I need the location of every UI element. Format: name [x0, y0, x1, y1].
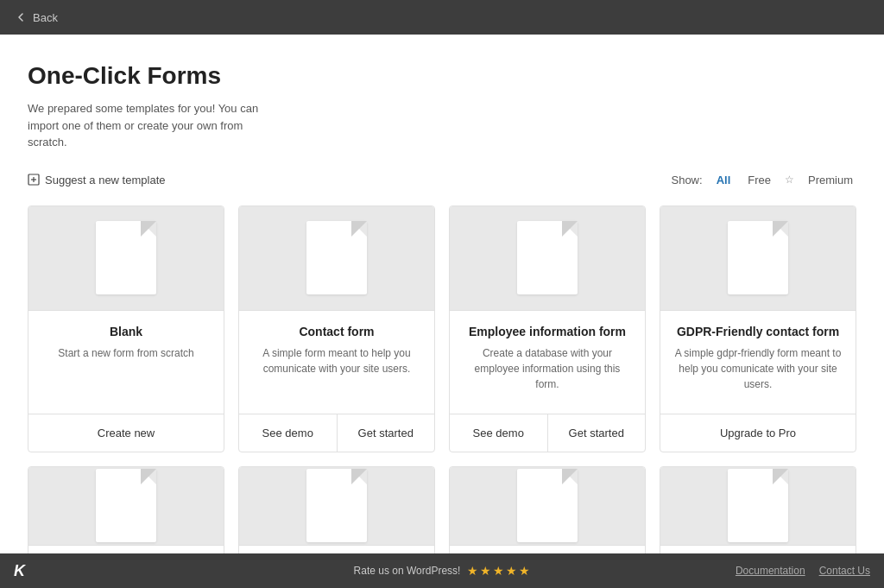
star-3: ★	[493, 564, 504, 578]
form-shape-icon	[728, 221, 788, 294]
form-shape-icon	[728, 469, 788, 542]
back-button[interactable]: Back	[14, 10, 58, 24]
card-title-blank: Blank	[110, 325, 142, 338]
back-arrow-icon	[14, 10, 28, 24]
card-title-contact-form: Contact form	[299, 325, 374, 338]
card-btn-employee-information-form-see-demo[interactable]: See demo	[450, 414, 547, 452]
main-content: One-Click Forms We prepared some templat…	[0, 35, 884, 553]
rate-us-text: Rate us on WordPress!	[354, 565, 461, 577]
card-btn-contact-form-get-started[interactable]: Get started	[337, 414, 435, 452]
card-actions-blank: Create new	[28, 414, 224, 452]
card-desc-blank: Start a new form from scratch	[58, 345, 193, 400]
star-2: ★	[480, 564, 491, 578]
show-label: Show:	[671, 174, 702, 187]
contact-us-link[interactable]: Contact Us	[819, 565, 870, 577]
filter-free-button[interactable]: Free	[744, 172, 774, 188]
card-title-employee-information-form: Employee information form	[469, 325, 626, 338]
form-shape-icon	[96, 469, 156, 542]
card-image-contact-form	[239, 206, 434, 310]
page-title: One-Click Forms	[28, 62, 856, 90]
card-image-employee-information-form	[450, 206, 645, 310]
suggest-template-button[interactable]: Suggest a new template	[28, 174, 165, 187]
card-customer-feedback-form: Customer feedback form	[238, 466, 435, 554]
bottom-bar: K Rate us on WordPress! ★ ★ ★ ★ ★ Docume…	[0, 553, 884, 588]
cards-grid: Blank Start a new form from scratch Crea…	[28, 205, 856, 554]
card-image-customer-feedback-form	[239, 467, 434, 545]
card-title-gdpr-contact-form: GDPR-Friendly contact form	[677, 325, 839, 338]
card-gdpr-contact-form: GDPR-Friendly contact form A simple gdpr…	[660, 205, 856, 452]
star-rating: ★ ★ ★ ★ ★	[467, 564, 530, 578]
form-shape-icon	[517, 469, 578, 542]
form-shape-icon	[96, 221, 156, 294]
filter-premium-button[interactable]: Premium	[805, 172, 856, 188]
card-art-contest: Art contest	[449, 466, 646, 554]
card-btn-employee-information-form-get-started[interactable]: Get started	[547, 414, 646, 452]
card-appointment-form: Appointment form	[28, 466, 224, 554]
star-icon: ☆	[785, 174, 794, 186]
card-btn-blank-create-new[interactable]: Create new	[28, 414, 224, 452]
filter-all-button[interactable]: All	[713, 172, 735, 188]
card-image-job-application	[660, 467, 856, 545]
card-employee-information-form: Employee information form Create a datab…	[449, 205, 646, 452]
suggest-label: Suggest a new template	[45, 174, 165, 187]
card-body-blank: Blank Start a new form from scratch	[28, 310, 224, 414]
card-body-employee-information-form: Employee information form Create a datab…	[450, 310, 645, 414]
star-4: ★	[506, 564, 517, 578]
card-desc-contact-form: A simple form meant to help you comunica…	[253, 345, 420, 400]
top-navigation-bar: Back	[0, 0, 884, 35]
suggest-icon	[28, 174, 40, 186]
form-shape-icon	[306, 469, 367, 542]
star-1: ★	[467, 564, 478, 578]
toolbar: Suggest a new template Show: All Free ☆ …	[28, 172, 856, 188]
card-image-appointment-form	[28, 467, 224, 545]
documentation-link[interactable]: Documentation	[736, 565, 805, 577]
show-filter-group: Show: All Free ☆ Premium	[671, 172, 856, 188]
card-btn-contact-form-see-demo[interactable]: See demo	[239, 414, 337, 452]
card-btn-gdpr-contact-form-upgrade[interactable]: Upgrade to Pro	[660, 414, 856, 452]
card-blank: Blank Start a new form from scratch Crea…	[28, 205, 224, 452]
card-actions-contact-form: See demo Get started	[239, 414, 434, 452]
form-shape-icon	[517, 221, 578, 294]
card-image-gdpr-contact-form	[660, 206, 856, 310]
page-description: We prepared some templates for you! You …	[28, 100, 269, 151]
card-desc-gdpr-contact-form: A simple gdpr-friendly form meant to hel…	[674, 345, 842, 400]
card-actions-employee-information-form: See demo Get started	[450, 414, 645, 452]
k-logo: K	[14, 562, 25, 580]
bottom-links: Documentation Contact Us	[736, 565, 870, 577]
back-label: Back	[33, 11, 58, 24]
card-body-contact-form: Contact form A simple form meant to help…	[239, 310, 434, 414]
card-job-application: Job application	[660, 466, 856, 554]
card-image-blank	[28, 206, 224, 310]
card-desc-employee-information-form: Create a database with your employee inf…	[464, 345, 631, 400]
rate-us-section: Rate us on WordPress! ★ ★ ★ ★ ★	[354, 564, 531, 578]
card-contact-form: Contact form A simple form meant to help…	[238, 205, 435, 452]
star-5: ★	[519, 564, 530, 578]
form-shape-icon	[306, 221, 367, 294]
card-actions-gdpr-contact-form: Upgrade to Pro	[660, 414, 856, 452]
card-image-art-contest	[450, 467, 645, 545]
card-body-gdpr-contact-form: GDPR-Friendly contact form A simple gdpr…	[660, 310, 856, 414]
